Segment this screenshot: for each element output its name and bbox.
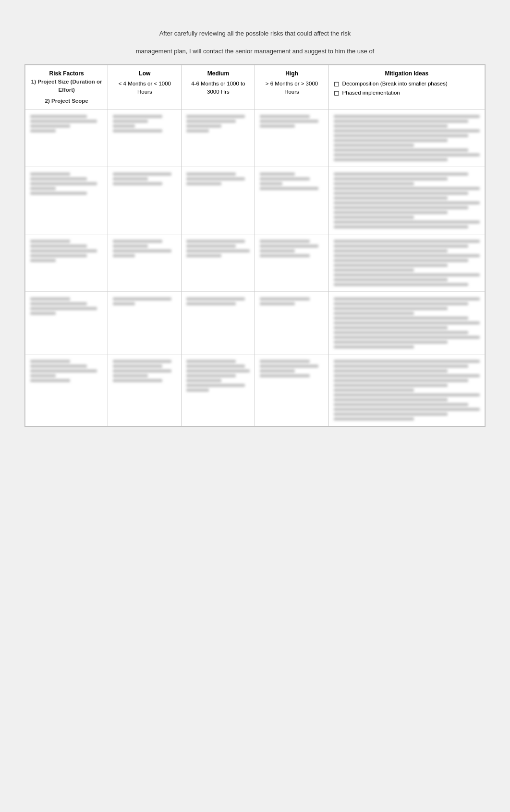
r5-risk-blurred xyxy=(30,297,103,315)
cell-r6-high xyxy=(255,354,328,426)
table-row-5 xyxy=(25,292,485,354)
cell-scope-risk xyxy=(25,109,108,167)
low-value: < 4 Months or < 1000 Hours xyxy=(113,80,176,97)
r3-low-blurred xyxy=(113,172,176,185)
scope-low-blurred xyxy=(113,115,176,133)
cell-r6-risk xyxy=(25,354,108,426)
cell-scope-low xyxy=(108,109,182,167)
cell-r4-low xyxy=(108,234,182,292)
risk-table: Risk Factors 1) Project Size (Duration o… xyxy=(25,65,485,427)
cell-r4-risk xyxy=(25,234,108,292)
header-sub-1: 1) Project Size (Duration or Effort) xyxy=(30,78,103,95)
bullet-2: ◻ xyxy=(334,89,340,97)
table-row-3 xyxy=(25,167,485,234)
header-mitigation: Mitigation Ideas ◻ Decomposition (Break … xyxy=(328,65,485,109)
table-header-row: Risk Factors 1) Project Size (Duration o… xyxy=(25,65,485,109)
header-high: High > 6 Months or > 3000 Hours xyxy=(255,65,328,109)
scope-medium-blurred xyxy=(186,115,250,133)
cell-r3-risk xyxy=(25,167,108,234)
r3-mit-blurred xyxy=(334,172,480,229)
r5-high-blurred xyxy=(260,297,323,305)
cell-scope-mit xyxy=(328,109,485,167)
r4-mit-blurred xyxy=(334,240,480,286)
bullet-1: ◻ xyxy=(334,80,340,88)
cell-r4-high xyxy=(255,234,328,292)
cell-r4-mit xyxy=(328,234,485,292)
r6-high-blurred xyxy=(260,360,323,377)
r5-low-blurred xyxy=(113,297,176,305)
cell-r5-mit xyxy=(328,292,485,354)
cell-r5-risk xyxy=(25,292,108,354)
mit-label-2: Phased implementation xyxy=(342,89,400,97)
cell-r5-medium xyxy=(182,292,255,354)
r4-low-blurred xyxy=(113,240,176,257)
intro-line1: After carefully reviewing all the possib… xyxy=(159,29,351,39)
cell-scope-high xyxy=(255,109,328,167)
cell-r6-low xyxy=(108,354,182,426)
scope-risk-blurred xyxy=(30,115,103,133)
r5-medium-blurred xyxy=(186,297,250,305)
header-low: Low < 4 Months or < 1000 Hours xyxy=(108,65,182,109)
table-row-6 xyxy=(25,354,485,426)
header-medium: Medium 4-6 Months or 1000 to 3000 Hrs xyxy=(182,65,255,109)
r6-low-blurred xyxy=(113,360,176,382)
scope-high-blurred xyxy=(260,115,323,128)
high-value: > 6 Months or > 3000 Hours xyxy=(260,80,323,97)
r5-mit-blurred xyxy=(334,297,480,349)
r6-mit-blurred xyxy=(334,360,480,421)
scope-mit-blurred xyxy=(334,115,480,161)
mit-item-2: ◻ Phased implementation xyxy=(334,89,480,97)
cell-r3-high xyxy=(255,167,328,234)
cell-r5-low xyxy=(108,292,182,354)
r4-high-blurred xyxy=(260,240,323,257)
r6-risk-blurred xyxy=(30,360,103,382)
r6-medium-blurred xyxy=(186,360,250,392)
mitigation-list: ◻ Decomposition (Break into smaller phas… xyxy=(334,80,480,97)
cell-r3-mit xyxy=(328,167,485,234)
header-sub-2: 2) Project Scope xyxy=(30,97,103,105)
cell-r6-medium xyxy=(182,354,255,426)
mit-item-1: ◻ Decomposition (Break into smaller phas… xyxy=(334,80,480,88)
table-row-scope xyxy=(25,109,485,167)
mit-label-1: Decomposition (Break into smaller phases… xyxy=(342,80,448,88)
risk-table-wrapper: Risk Factors 1) Project Size (Duration o… xyxy=(24,64,486,427)
cell-r3-low xyxy=(108,167,182,234)
cell-scope-medium xyxy=(182,109,255,167)
medium-value: 4-6 Months or 1000 to 3000 Hrs xyxy=(186,80,250,97)
table-row-4 xyxy=(25,234,485,292)
cell-r4-medium xyxy=(182,234,255,292)
r3-medium-blurred xyxy=(186,172,250,185)
cell-r5-high xyxy=(255,292,328,354)
header-risk-factors: Risk Factors 1) Project Size (Duration o… xyxy=(25,65,108,109)
intro-line2: management plan, I will contact the seni… xyxy=(136,47,374,57)
cell-r3-medium xyxy=(182,167,255,234)
r4-medium-blurred xyxy=(186,240,250,257)
r3-risk-blurred xyxy=(30,172,103,195)
r3-high-blurred xyxy=(260,172,323,190)
cell-r6-mit xyxy=(328,354,485,426)
r4-risk-blurred xyxy=(30,240,103,262)
